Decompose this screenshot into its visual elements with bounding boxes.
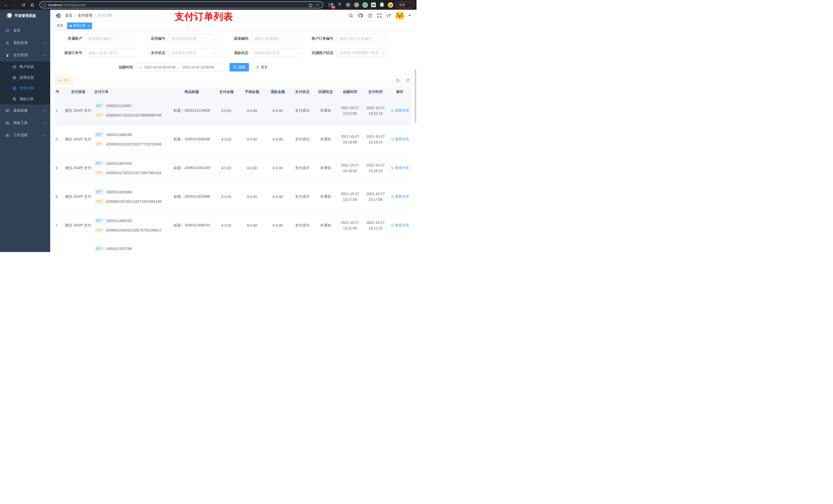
export-button[interactable]: 导出: [55, 77, 73, 84]
cell-callback: 未通知: [314, 154, 337, 182]
sidebar-item-dev-tools[interactable]: 研发工具: [0, 117, 50, 129]
chevron-down-icon: [44, 121, 46, 124]
url-text: localhost:1024/pay/order: [48, 3, 86, 7]
font-size-icon[interactable]: [386, 13, 391, 18]
breadcrumb-current: 支付订单: [98, 13, 112, 18]
merchant-input[interactable]: [88, 37, 133, 41]
site-info-icon[interactable]: i: [43, 3, 46, 7]
search-icon: [233, 66, 237, 69]
tab-pay-order[interactable]: 支付订单 ×: [67, 23, 92, 29]
back-icon[interactable]: ←: [3, 1, 10, 8]
pay-tag: 支付: [94, 199, 104, 204]
cell-status: 支付成功: [290, 154, 314, 182]
table-row: 19 微信 JSAPI 支付 商户1635311881440 支付4200001…: [55, 154, 411, 182]
sidebar-collapse-icon[interactable]: [56, 14, 61, 18]
home-icon[interactable]: [29, 1, 36, 8]
sidebar-item-infrastructure[interactable]: 基础设施: [0, 104, 50, 117]
github-icon[interactable]: [358, 13, 363, 18]
cell-fee: ¥ 0.00: [239, 182, 265, 211]
reset-button-label: 重置: [261, 65, 268, 70]
filter-app-no: 应用编号 请选择应用信息: [136, 34, 219, 43]
view-detail-link[interactable]: 查看详情: [391, 223, 409, 228]
sidebar-item-app-info[interactable]: 应用信息: [0, 72, 50, 83]
app-logo: [6, 13, 12, 19]
chevron-down-icon: [44, 41, 46, 44]
col-title: 商品标题: [170, 87, 214, 96]
view-detail-link[interactable]: 查看详情: [391, 194, 409, 199]
search-icon: [391, 138, 394, 141]
share-icon[interactable]: [308, 2, 313, 7]
sidebar-item-payment[interactable]: 支付管理: [0, 49, 50, 62]
extension-record-icon[interactable]: [354, 2, 359, 8]
chrome-update-button[interactable]: 更新 ⋮: [396, 2, 414, 8]
sidebar-item-system[interactable]: 系统管理: [0, 37, 50, 49]
vertical-scrollbar[interactable]: [415, 69, 416, 123]
search-icon[interactable]: [348, 13, 354, 18]
extension-cone-icon[interactable]: [337, 2, 342, 8]
search-icon: [391, 224, 394, 227]
merchant-order-no: 1635311949168: [106, 133, 132, 137]
merchant-order-no-input[interactable]: [339, 37, 384, 41]
cell-callback: 未通知: [314, 182, 337, 211]
breadcrumb-section[interactable]: 支付管理: [78, 13, 92, 18]
pay-status-select[interactable]: 请选择支付状态: [168, 49, 219, 57]
sidebar-item-label: 支付订单: [20, 86, 34, 91]
extensions-puzzle-icon[interactable]: [379, 2, 385, 8]
app-no-select[interactable]: 请选择应用信息: [168, 34, 219, 43]
extension-command-icon[interactable]: ⌘: [345, 2, 351, 8]
channel-order-no-input[interactable]: [88, 51, 133, 55]
chevron-down-icon: [296, 51, 299, 54]
view-detail-link[interactable]: 查看详情: [391, 137, 409, 142]
toolbox-icon: [5, 121, 10, 125]
help-icon[interactable]: [367, 13, 373, 18]
extension-y-icon[interactable]: y: [362, 2, 368, 8]
reload-icon[interactable]: [20, 1, 27, 8]
merchant-tag: 商户: [94, 161, 104, 166]
user-menu-caret-icon[interactable]: [408, 15, 411, 16]
callback-status-select[interactable]: 请选择订单回调商户状态: [336, 49, 387, 57]
sidebar-item-merchant-info[interactable]: 商户信息: [0, 62, 50, 72]
cell-id: 19: [55, 154, 62, 182]
filter-callback-status: 回调商户状态 请选择订单回调商户状态: [302, 49, 387, 57]
refund-status-select[interactable]: 请选择退款状态: [251, 49, 302, 57]
merchant-order-no: 1635311468233: [106, 219, 132, 223]
view-detail-link[interactable]: 查看详情: [391, 108, 409, 113]
create-date: 2021-10-27: [337, 105, 363, 111]
sidebar-item-home[interactable]: 首页: [0, 25, 50, 37]
tab-home[interactable]: 首页: [54, 23, 66, 29]
filter-channel-code: 渠道编码 请输入渠道编码: [219, 34, 302, 43]
extensions-row: 10 ⌘ y 更新 ⋮: [327, 2, 414, 8]
bookmark-star-icon[interactable]: ☆: [315, 2, 320, 7]
chrome-menu-icon[interactable]: ⋮: [407, 3, 411, 7]
fullscreen-icon[interactable]: [377, 13, 382, 18]
create-time-range-picker[interactable]: 2021-10-01 00:00:00 - 2021-10-31 23:59:5…: [136, 63, 224, 71]
sidebar-item-refund-order[interactable]: 退款订单: [0, 94, 50, 104]
chevron-down-icon: [44, 133, 46, 136]
sidebar-item-pay-order[interactable]: 支付订单: [0, 83, 50, 94]
sidebar-item-workflow[interactable]: 工作流程: [0, 129, 50, 141]
url-bar[interactable]: i localhost:1024/pay/order ☆: [40, 1, 323, 8]
channel-code-select[interactable]: 请输入渠道编码: [251, 34, 302, 43]
col-id: 编号: [55, 87, 62, 96]
cell-channel: 微信 JSAPI 支付: [62, 182, 94, 211]
extension-diamond-icon[interactable]: 10: [328, 2, 334, 8]
profile-emoji-icon[interactable]: [387, 2, 393, 8]
search-button[interactable]: 搜索: [230, 63, 249, 71]
create-time: 13:22:05: [337, 111, 363, 116]
date-separator: -: [177, 65, 181, 69]
forward-icon[interactable]: →: [11, 1, 19, 8]
extension-chat-icon[interactable]: [371, 2, 376, 8]
cell-channel: 微信 JSAPI 支付: [62, 211, 94, 240]
document-icon: [12, 97, 16, 101]
view-detail-link[interactable]: 查看详情: [391, 166, 409, 170]
user-avatar[interactable]: [396, 11, 404, 20]
active-dot-icon: [70, 25, 72, 27]
refresh-table-button[interactable]: [404, 77, 411, 84]
filter-label: 支付状态: [136, 51, 168, 55]
toggle-search-button[interactable]: [394, 77, 401, 84]
breadcrumb-home[interactable]: 首页: [65, 13, 72, 18]
reset-button[interactable]: 重置: [252, 63, 271, 71]
close-icon[interactable]: ×: [88, 24, 89, 28]
merchant-order-no: 1635311351796: [106, 247, 132, 251]
merchant-tag: 商户: [94, 246, 104, 251]
